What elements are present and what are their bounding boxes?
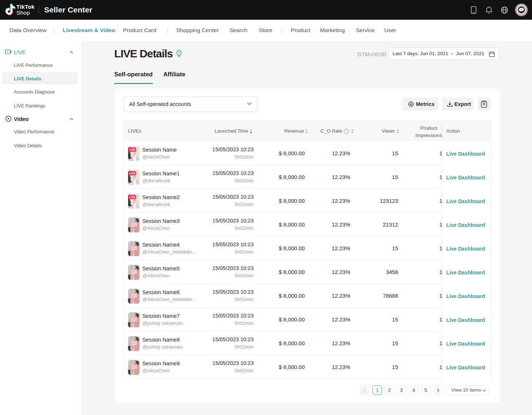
svg-text:LIVE: LIVE [129, 148, 135, 151]
svg-text:?: ? [178, 50, 180, 54]
svg-text:?: ? [346, 130, 347, 133]
svg-text:LIVE: LIVE [129, 172, 135, 175]
svg-text:LIVE: LIVE [129, 195, 135, 199]
